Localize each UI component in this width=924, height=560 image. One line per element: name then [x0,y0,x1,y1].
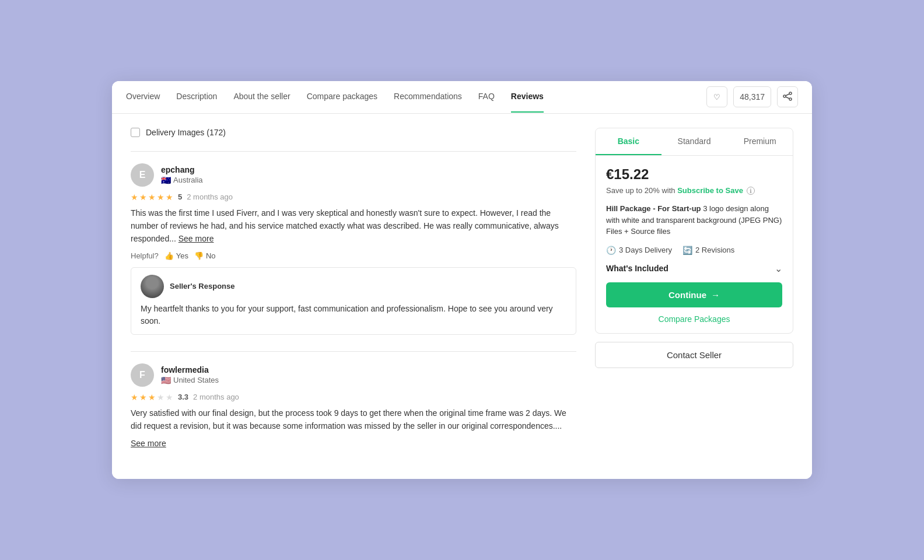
review-card: E epchang 🇦🇺 Australia ★ ★ ★ [131,163,576,335]
helpful-yes-button[interactable]: 👍 Yes [164,251,188,260]
tab-premium[interactable]: Premium [727,128,793,155]
delivery-images-row: Delivery Images (172) [131,128,576,137]
thumbs-up-icon: 👍 [164,251,174,260]
nav-faq[interactable]: FAQ [478,81,495,113]
rating-row-1: ★ ★ ★ ★ ★ 5 2 months ago [131,192,576,202]
delivery-meta: 🕐 3 Days Delivery [606,246,672,255]
whats-included-label: What's Included [606,264,668,273]
chevron-down-icon: ⌄ [775,263,782,274]
reviewer-name-1: epchang [161,165,203,174]
package-meta: 🕐 3 Days Delivery 🔄 2 Revisions [606,246,782,255]
rating-time-1: 2 months ago [187,192,233,201]
package-tabs: Basic Standard Premium [596,128,793,156]
helpful-label: Helpful? [131,251,159,260]
package-price: €15.22 [606,166,782,183]
stars-2: ★ ★ ★ ★ ★ [131,393,173,402]
avatar-fowlermedia: F [131,363,154,387]
svg-line-4 [786,97,789,99]
revisions-meta: 🔄 2 Revisions [682,246,734,255]
see-more-1[interactable]: See more [178,234,214,243]
left-panel: Delivery Images (172) E epchang 🇦🇺 Austr… [131,128,576,466]
nav-links: Overview Description About the seller Co… [126,81,706,113]
reviewer-name-2: fowlermedia [161,365,219,374]
divider-top [131,151,576,152]
revisions-icon: 🔄 [682,246,692,255]
svg-point-1 [783,95,786,97]
subscribe-to-save-link[interactable]: Subscribe to Save [677,186,743,195]
seller-response-header: Seller's Response [141,275,566,298]
svg-line-3 [786,94,789,96]
clock-icon: 🕐 [606,246,616,255]
nav-recommendations[interactable]: Recommendations [394,81,462,113]
tab-standard[interactable]: Standard [662,128,727,155]
rating-num-1: 5 [178,192,182,201]
avatar-letter-2: F [139,370,145,380]
star-2-5: ★ [166,393,173,402]
delivery-images-label: Delivery Images (172) [146,128,226,137]
see-more-2[interactable]: See more [131,439,166,448]
arrow-right-icon: → [711,290,720,300]
share-button[interactable] [777,86,798,107]
subscribe-row: Save up to 20% with Subscribe to Save ℹ [606,186,782,195]
flag-icon-2: 🇺🇸 [161,376,171,385]
nav-compare-packages[interactable]: Compare packages [307,81,377,113]
contact-seller-button[interactable]: Contact Seller [595,342,793,368]
revisions-label: 2 Revisions [695,246,734,254]
svg-point-2 [789,98,792,100]
nav-overview[interactable]: Overview [126,81,160,113]
review-card-2: F fowlermedia 🇺🇸 United States ★ ★ [131,363,576,449]
package-description: Hill Package - For Start-up 3 logo desig… [606,203,782,237]
info-icon[interactable]: ℹ [747,187,755,195]
nav-actions: ♡ 48,317 [706,86,798,107]
helpful-no-button[interactable]: 👎 No [194,251,216,260]
star-2-4: ★ [157,393,164,402]
avatar-letter: E [139,170,146,180]
package-name: Hill Package - For Start-up [606,204,701,213]
continue-button[interactable]: Continue → [606,282,782,307]
review-text-2: Very satisfied with our final design, bu… [131,407,576,433]
stars-1: ★ ★ ★ ★ ★ [131,192,173,202]
star-2-2: ★ [139,393,147,402]
nav-description[interactable]: Description [176,81,217,113]
country-label-2: United States [173,376,219,384]
reviewer-info-1: epchang 🇦🇺 Australia [161,165,203,185]
thumbs-down-icon: 👎 [194,251,204,260]
right-panel: Basic Standard Premium €15.22 Save up to… [595,128,793,466]
review-count-badge: 48,317 [733,86,771,107]
nav-about-seller[interactable]: About the seller [233,81,290,113]
seller-response-1: Seller's Response My heartfelt thanks to… [131,267,576,335]
rating-row-2: ★ ★ ★ ★ ★ 3.3 2 months ago [131,393,576,402]
main-window: Overview Description About the seller Co… [112,81,812,480]
seller-response-title: Seller's Response [170,282,235,290]
svg-point-0 [789,92,792,94]
helpful-row-1: Helpful? 👍 Yes 👎 No [131,251,576,260]
review-count: 48,317 [740,92,765,102]
rating-num-2: 3.3 [178,393,188,401]
star-2-3: ★ [148,393,156,402]
whats-included-row[interactable]: What's Included ⌄ [606,263,782,274]
reviewer-header-1: E epchang 🇦🇺 Australia [131,163,576,187]
star-1-2: ★ [139,192,147,202]
star-1-5: ★ [166,192,173,202]
delivery-images-checkbox[interactable] [131,128,140,137]
delivery-days-label: 3 Days Delivery [619,246,672,254]
heart-icon: ♡ [713,93,720,102]
divider-mid [131,351,576,352]
seller-response-text: My heartfelt thanks to you for your supp… [141,303,566,327]
favorite-button[interactable]: ♡ [706,86,727,107]
star-1-1: ★ [131,192,138,202]
navigation: Overview Description About the seller Co… [112,81,812,114]
compare-packages-link[interactable]: Compare Packages [606,314,782,324]
flag-icon-1: 🇦🇺 [161,176,171,185]
star-1-4: ★ [157,192,164,202]
reviewer-header-2: F fowlermedia 🇺🇸 United States [131,363,576,387]
reviewer-info-2: fowlermedia 🇺🇸 United States [161,365,219,385]
reviewer-country-1: 🇦🇺 Australia [161,176,203,185]
seller-avatar [141,275,164,298]
avatar-epchang: E [131,163,154,187]
reviewer-country-2: 🇺🇸 United States [161,376,219,385]
star-1-3: ★ [148,192,156,202]
tab-basic[interactable]: Basic [596,128,662,155]
nav-reviews[interactable]: Reviews [511,81,544,113]
package-body: €15.22 Save up to 20% with Subscribe to … [596,156,793,333]
